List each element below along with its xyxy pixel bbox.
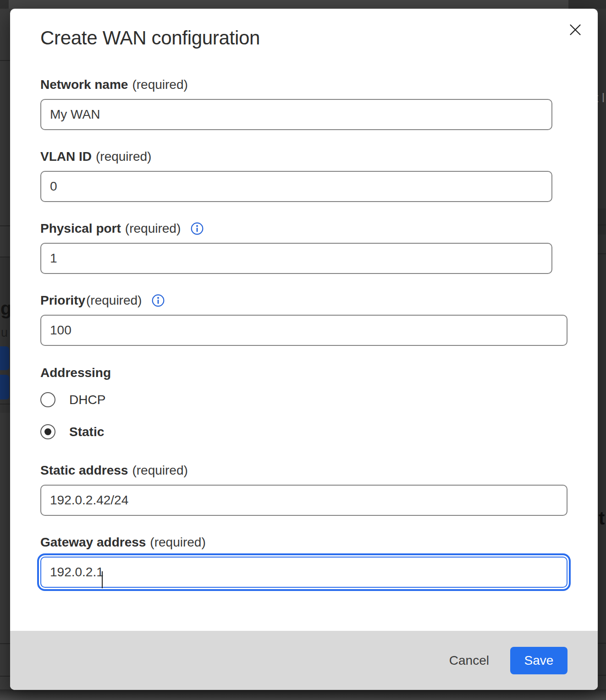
background-text-fragment: u	[1, 326, 8, 340]
network-name-field: Network name (required)	[40, 77, 567, 130]
network-name-input[interactable]	[40, 99, 552, 130]
background-blue-button-fragment	[0, 346, 9, 370]
background-row-divider	[0, 257, 10, 257]
physical-port-input[interactable]	[40, 243, 552, 274]
background-heading-fragment: g	[0, 298, 10, 319]
priority-field: Priority (required)	[40, 293, 567, 346]
background-row-divider	[598, 675, 606, 676]
overlay-bottom-strip	[0, 689, 606, 700]
required-hint: (required)	[132, 463, 187, 477]
background-row-divider	[598, 253, 606, 254]
background-page-left-edge: g u	[0, 9, 10, 690]
overlay-top-right-corner	[568, 0, 606, 9]
close-icon	[569, 23, 582, 36]
save-button[interactable]: Save	[510, 647, 567, 674]
background-row-divider	[598, 224, 606, 225]
addressing-option-static[interactable]: Static	[40, 424, 567, 439]
background-row-divider	[0, 225, 10, 226]
network-name-label-row: Network name (required)	[40, 77, 567, 92]
physical-port-info-icon[interactable]	[190, 222, 204, 235]
text-cursor	[102, 571, 103, 588]
priority-label: Priority	[40, 293, 85, 307]
priority-info-icon[interactable]	[151, 294, 165, 307]
dhcp-radio-label: DHCP	[69, 393, 105, 407]
gateway-address-label-row: Gateway address (required)	[40, 535, 567, 549]
background-row-divider	[0, 404, 10, 405]
addressing-section-heading: Addressing	[40, 366, 567, 380]
vlan-id-field: VLAN ID (required)	[40, 149, 567, 202]
radio-dot	[44, 428, 51, 435]
static-address-input[interactable]	[40, 485, 567, 516]
vlan-id-input[interactable]	[40, 171, 552, 202]
close-button[interactable]	[568, 22, 583, 37]
gateway-address-field: Gateway address (required)	[40, 535, 567, 588]
background-row-divider	[0, 676, 10, 677]
dialog-footer: Cancel Save	[10, 631, 598, 690]
cancel-button[interactable]: Cancel	[449, 653, 489, 668]
static-address-label-row: Static address (required)	[40, 463, 567, 477]
static-address-field: Static address (required)	[40, 463, 567, 516]
required-hint: (required)	[150, 535, 205, 549]
background-row-divider	[0, 60, 10, 61]
background-text-fragment: t l	[598, 91, 605, 105]
background-row-divider	[0, 643, 10, 644]
required-hint: (required)	[132, 77, 187, 92]
background-blue-button-fragment	[0, 375, 9, 399]
physical-port-label-row: Physical port (required)	[40, 221, 567, 235]
physical-port-field: Physical port (required)	[40, 221, 567, 274]
vlan-id-label-row: VLAN ID (required)	[40, 149, 567, 164]
static-radio-label: Static	[69, 425, 104, 439]
radio-unselected-icon[interactable]	[40, 392, 55, 407]
gateway-address-label: Gateway address	[40, 535, 146, 549]
priority-label-row: Priority (required)	[40, 293, 567, 307]
overlay-top-strip	[0, 0, 606, 9]
priority-input[interactable]	[40, 315, 567, 346]
required-hint: (required)	[96, 149, 151, 164]
static-address-label: Static address	[40, 463, 128, 477]
background-page-right-edge: t l t	[598, 9, 606, 690]
gateway-address-input[interactable]	[40, 557, 567, 588]
dialog-body: Create WAN configuration Network name (r…	[10, 9, 598, 631]
network-name-label: Network name	[40, 77, 128, 92]
background-heading-fragment: t	[599, 508, 605, 529]
physical-port-label: Physical port	[40, 221, 121, 235]
gateway-address-input-wrap	[40, 557, 567, 588]
radio-selected-icon[interactable]	[40, 424, 55, 439]
create-wan-configuration-dialog: Create WAN configuration Network name (r…	[10, 9, 598, 690]
vlan-id-label: VLAN ID	[40, 149, 92, 164]
background-row-divider	[598, 643, 606, 644]
background-panel-fragment	[598, 208, 606, 235]
dialog-title: Create WAN configuration	[40, 9, 567, 49]
required-hint: (required)	[125, 221, 181, 235]
addressing-option-dhcp[interactable]: DHCP	[40, 392, 567, 407]
required-hint: (required)	[86, 293, 142, 307]
